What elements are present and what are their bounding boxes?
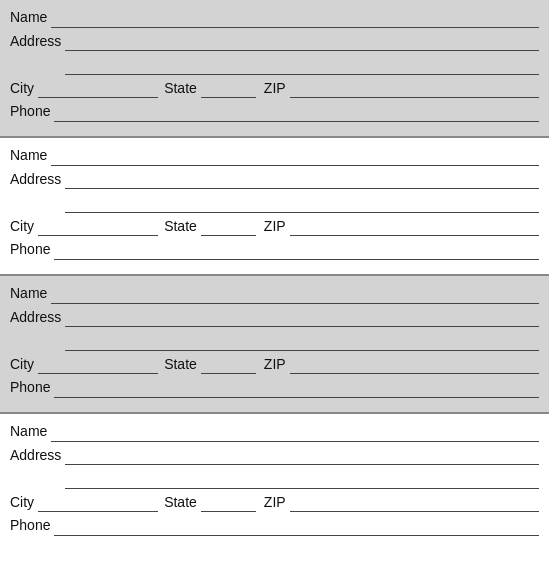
state-field[interactable] [201, 80, 256, 98]
phone-label: Phone [10, 378, 50, 398]
name-row: Name [10, 8, 539, 28]
zip-label: ZIP [264, 217, 286, 237]
name-row: Name [10, 284, 539, 304]
phone-field[interactable] [54, 104, 539, 122]
state-field[interactable] [201, 356, 256, 374]
state-label: State [164, 493, 197, 513]
phone-row: Phone [10, 516, 539, 536]
city-state-zip-row: City State ZIP [10, 355, 539, 375]
phone-row: Phone [10, 102, 539, 122]
city-label: City [10, 217, 34, 237]
address-row-1: Address [10, 32, 539, 52]
city-label: City [10, 79, 34, 99]
address-label: Address [10, 446, 61, 466]
name-field[interactable] [51, 148, 539, 166]
state-field[interactable] [201, 494, 256, 512]
record-block-3: Name Address Address City State ZIP Phon… [0, 276, 549, 412]
name-label: Name [10, 8, 47, 28]
phone-field[interactable] [54, 242, 539, 260]
address-row-2: Address [10, 55, 539, 75]
city-field[interactable] [38, 80, 158, 98]
address-label: Address [10, 32, 61, 52]
address-field-2[interactable] [65, 471, 539, 489]
address-field-1[interactable] [65, 309, 539, 327]
address-field-1[interactable] [65, 171, 539, 189]
phone-label: Phone [10, 516, 50, 536]
city-field[interactable] [38, 494, 158, 512]
address-row-2: Address [10, 331, 539, 351]
city-state-zip-row: City State ZIP [10, 493, 539, 513]
state-label: State [164, 217, 197, 237]
address-row-2: Address [10, 193, 539, 213]
phone-row: Phone [10, 378, 539, 398]
address-field-2[interactable] [65, 195, 539, 213]
address-row-2: Address [10, 469, 539, 489]
name-row: Name [10, 146, 539, 166]
state-field[interactable] [201, 218, 256, 236]
state-label: State [164, 355, 197, 375]
name-field[interactable] [51, 424, 539, 442]
zip-label: ZIP [264, 355, 286, 375]
name-row: Name [10, 422, 539, 442]
record-block-2: Name Address Address City State ZIP Phon… [0, 138, 549, 274]
zip-label: ZIP [264, 493, 286, 513]
city-field[interactable] [38, 356, 158, 374]
city-label: City [10, 493, 34, 513]
phone-row: Phone [10, 240, 539, 260]
city-state-zip-row: City State ZIP [10, 217, 539, 237]
address-field-1[interactable] [65, 33, 539, 51]
name-label: Name [10, 422, 47, 442]
phone-label: Phone [10, 102, 50, 122]
zip-label: ZIP [264, 79, 286, 99]
phone-label: Phone [10, 240, 50, 260]
zip-field[interactable] [290, 80, 539, 98]
phone-field[interactable] [54, 380, 539, 398]
address-field-1[interactable] [65, 447, 539, 465]
state-label: State [164, 79, 197, 99]
address-row-1: Address [10, 446, 539, 466]
address-label: Address [10, 170, 61, 190]
city-label: City [10, 355, 34, 375]
address-field-2[interactable] [65, 333, 539, 351]
zip-field[interactable] [290, 356, 539, 374]
phone-field[interactable] [54, 518, 539, 536]
zip-field[interactable] [290, 218, 539, 236]
address-row-1: Address [10, 170, 539, 190]
name-field[interactable] [51, 10, 539, 28]
address-field-2[interactable] [65, 57, 539, 75]
address-label: Address [10, 308, 61, 328]
name-label: Name [10, 284, 47, 304]
city-field[interactable] [38, 218, 158, 236]
record-block-4: Name Address Address City State ZIP Phon… [0, 414, 549, 550]
name-field[interactable] [51, 286, 539, 304]
city-state-zip-row: City State ZIP [10, 79, 539, 99]
record-block-1: Name Address Address City State ZIP Phon… [0, 0, 549, 136]
name-label: Name [10, 146, 47, 166]
zip-field[interactable] [290, 494, 539, 512]
address-row-1: Address [10, 308, 539, 328]
